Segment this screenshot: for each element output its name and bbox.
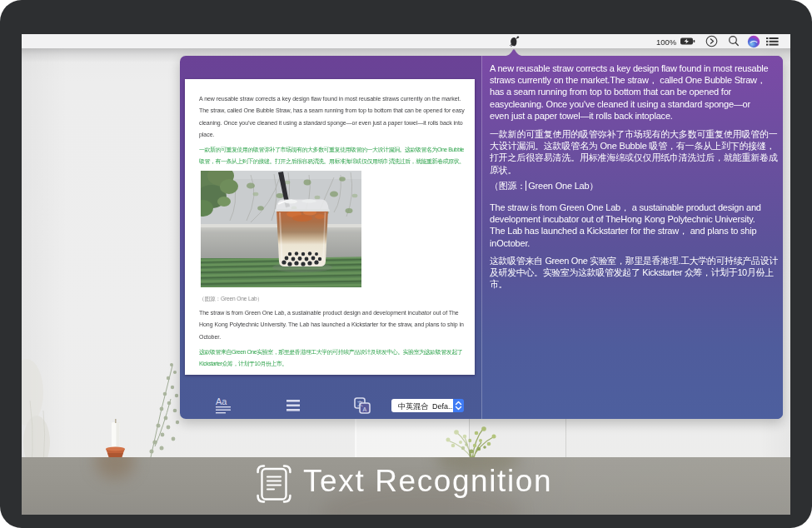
svg-text:Aa: Aa xyxy=(216,396,227,406)
svg-text:A: A xyxy=(363,406,367,412)
